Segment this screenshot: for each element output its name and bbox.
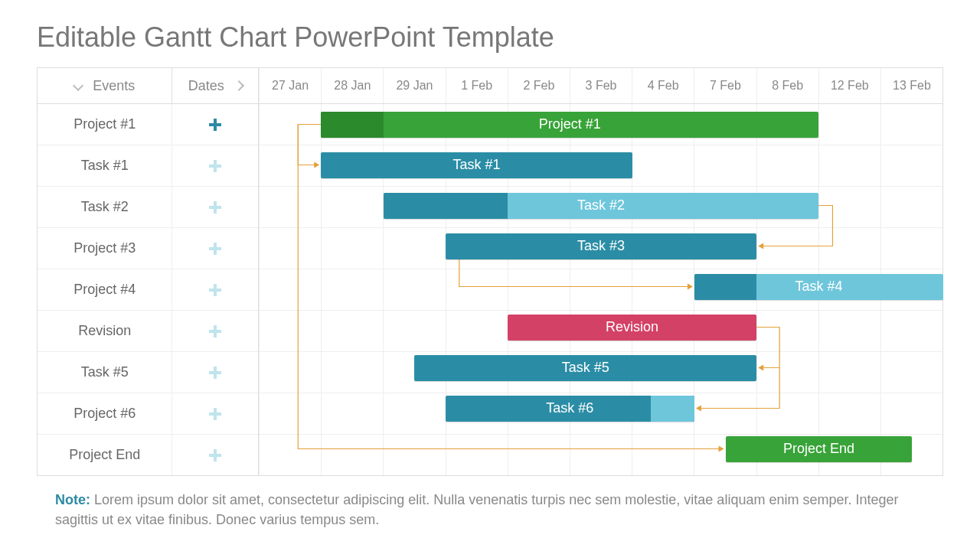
expand-button[interactable] — [172, 435, 258, 475]
expand-button[interactable] — [172, 393, 258, 434]
gantt-bar[interactable]: Task #3 — [446, 233, 756, 259]
task-label: Project #3 — [38, 228, 172, 269]
task-row: Task #5 — [38, 352, 258, 393]
task-label: Task #1 — [38, 145, 172, 186]
gantt-bar[interactable]: Task #6 — [446, 396, 694, 422]
date-col: 4 Feb — [632, 68, 694, 103]
date-col: 1 Feb — [446, 68, 508, 103]
expand-button[interactable] — [172, 145, 258, 186]
gantt-bar[interactable]: Task #5 — [414, 355, 756, 381]
plus-icon — [209, 119, 221, 131]
gantt-bar[interactable]: Task #2 — [384, 193, 819, 219]
plus-icon — [209, 284, 221, 296]
task-label: Task #5 — [38, 352, 172, 393]
task-label: Project #1 — [38, 104, 172, 145]
date-col: 12 Feb — [818, 68, 880, 103]
header-events[interactable]: Events — [38, 68, 172, 103]
task-label: Project End — [38, 435, 172, 475]
task-row: Project #6 — [38, 393, 258, 435]
gantt-header: Events Dates 27 Jan28 Jan29 Jan1 Feb2 Fe… — [38, 68, 942, 104]
plus-icon — [209, 160, 221, 172]
date-col: 28 Jan — [321, 68, 383, 103]
date-col: 7 Feb — [694, 68, 756, 103]
task-label: Project #6 — [38, 393, 172, 434]
gantt-bar[interactable]: Task #1 — [321, 152, 632, 178]
header-dates[interactable]: Dates — [172, 68, 258, 103]
plus-icon — [209, 201, 221, 214]
gantt-bar[interactable]: Revision — [508, 315, 756, 341]
task-row: Project #4 — [38, 269, 258, 311]
task-row: Revision — [38, 311, 258, 352]
expand-button[interactable] — [172, 228, 258, 269]
expand-button[interactable] — [172, 311, 258, 351]
task-row: Task #1 — [38, 145, 258, 187]
gantt-bar[interactable]: Project End — [726, 436, 913, 462]
plus-icon — [209, 367, 221, 379]
gantt-chart: Events Dates 27 Jan28 Jan29 Jan1 Feb2 Fe… — [37, 67, 943, 476]
chevron-down-icon — [73, 80, 83, 91]
date-col: 13 Feb — [880, 68, 942, 103]
expand-button[interactable] — [172, 104, 258, 145]
expand-button[interactable] — [172, 187, 258, 227]
task-label: Revision — [38, 311, 172, 351]
date-col: 27 Jan — [259, 68, 321, 103]
expand-button[interactable] — [172, 352, 258, 393]
plus-icon — [209, 449, 221, 461]
page-title: Editable Gantt Chart PowerPoint Template — [37, 21, 943, 54]
task-row: Project End — [38, 435, 258, 475]
date-col: 2 Feb — [508, 68, 570, 103]
task-row: Project #1 — [38, 104, 258, 145]
expand-button[interactable] — [172, 269, 258, 310]
plus-icon — [209, 408, 221, 420]
task-row: Task #2 — [38, 187, 258, 228]
gantt-bar[interactable]: Project #1 — [321, 112, 818, 138]
plus-icon — [209, 243, 221, 255]
plus-icon — [209, 325, 221, 337]
chevron-right-icon — [234, 80, 244, 91]
task-label: Project #4 — [38, 269, 172, 310]
task-row: Project #3 — [38, 228, 258, 269]
note-text: Note: Lorem ipsum dolor sit amet, consec… — [37, 490, 943, 530]
date-col: 8 Feb — [756, 68, 818, 103]
gantt-bar[interactable]: Task #4 — [694, 274, 943, 300]
task-label: Task #2 — [38, 187, 172, 227]
date-col: 3 Feb — [570, 68, 632, 103]
date-col: 29 Jan — [383, 68, 445, 103]
